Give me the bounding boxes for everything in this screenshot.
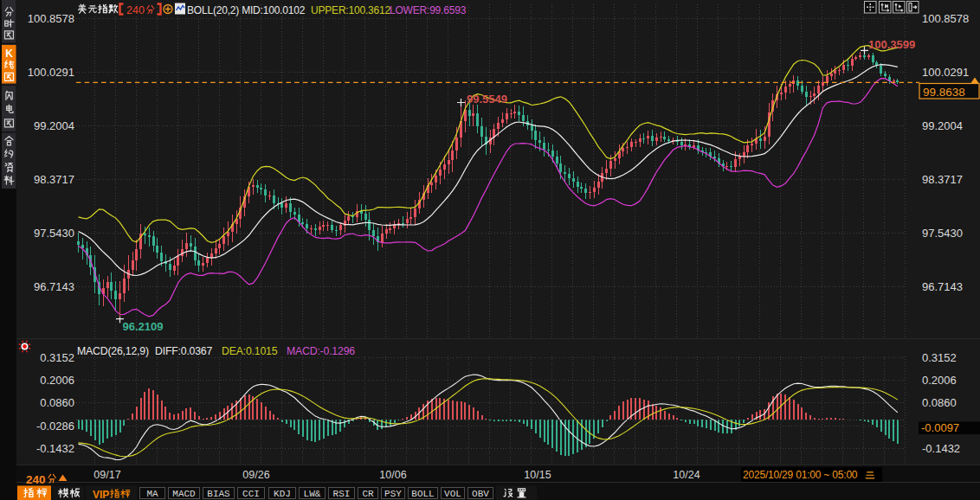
svg-text:-0.0286: -0.0286 xyxy=(36,420,74,433)
svg-text:240: 240 xyxy=(126,4,145,16)
svg-text:MACD(26,12,9): MACD(26,12,9) xyxy=(77,345,149,357)
svg-text:0.2006: 0.2006 xyxy=(922,374,957,387)
svg-text:96.7143: 96.7143 xyxy=(922,280,963,293)
svg-text:2025/10/29 01:00 ~ 05:00: 2025/10/29 01:00 ~ 05:00 xyxy=(743,469,858,481)
svg-text:100.8578: 100.8578 xyxy=(28,12,74,25)
svg-text:98.3717: 98.3717 xyxy=(922,173,963,186)
svg-text:97.5430: 97.5430 xyxy=(34,227,74,240)
svg-text:LOWER:99.6593: LOWER:99.6593 xyxy=(390,4,467,16)
svg-text:LW&: LW& xyxy=(304,489,321,499)
svg-text:96.2109: 96.2109 xyxy=(123,320,164,333)
svg-text:0.0860: 0.0860 xyxy=(40,396,74,409)
svg-text:0.3152: 0.3152 xyxy=(922,351,957,364)
svg-text:RSI: RSI xyxy=(333,489,351,499)
svg-text:K: K xyxy=(5,48,13,60)
svg-text:MA: MA xyxy=(146,489,158,499)
svg-text:96.7143: 96.7143 xyxy=(34,280,74,293)
svg-text:DEA:0.1015: DEA:0.1015 xyxy=(222,345,278,357)
svg-text:CR: CR xyxy=(362,489,374,499)
svg-text:0.0860: 0.0860 xyxy=(922,396,957,409)
svg-text:DIFF:0.0367: DIFF:0.0367 xyxy=(155,345,213,357)
svg-text:-0.0097: -0.0097 xyxy=(921,421,959,434)
svg-text:240: 240 xyxy=(26,473,46,486)
svg-text:97.5430: 97.5430 xyxy=(922,227,963,240)
svg-text:MACD:-0.1296: MACD:-0.1296 xyxy=(287,345,355,357)
svg-text:VOL: VOL xyxy=(444,489,461,499)
svg-text:MACD: MACD xyxy=(172,489,196,499)
svg-text:10/15: 10/15 xyxy=(524,469,551,481)
svg-text:OBV: OBV xyxy=(472,489,489,499)
svg-text:10/06: 10/06 xyxy=(379,469,406,481)
svg-text:-0.1432: -0.1432 xyxy=(922,442,960,455)
svg-text:CCI: CCI xyxy=(242,489,260,499)
svg-text:BOLL(20,2) MID:100.0102: BOLL(20,2) MID:100.0102 xyxy=(187,4,306,16)
svg-text:PSY: PSY xyxy=(384,489,402,499)
svg-text:09/17: 09/17 xyxy=(93,469,120,481)
svg-text:0.3152: 0.3152 xyxy=(40,351,74,364)
svg-text:100.3599: 100.3599 xyxy=(868,38,915,51)
svg-text:100.0291: 100.0291 xyxy=(922,66,969,79)
svg-text:-0.1432: -0.1432 xyxy=(36,442,74,455)
svg-text:100.8578: 100.8578 xyxy=(922,12,969,25)
svg-text:10/24: 10/24 xyxy=(673,469,700,481)
svg-text:BOLL: BOLL xyxy=(411,489,434,499)
svg-text:BIAS: BIAS xyxy=(207,489,230,499)
svg-text:100.0291: 100.0291 xyxy=(28,66,74,79)
svg-text:09/26: 09/26 xyxy=(242,469,269,481)
svg-text:KDJ: KDJ xyxy=(274,489,291,499)
svg-text:99.5549: 99.5549 xyxy=(467,93,507,106)
svg-text:VIP: VIP xyxy=(93,489,109,500)
svg-text:UPPER:100.3612: UPPER:100.3612 xyxy=(311,4,390,16)
svg-text:99.2004: 99.2004 xyxy=(922,119,963,132)
svg-text:99.2004: 99.2004 xyxy=(34,119,74,132)
svg-text:99.8638: 99.8638 xyxy=(923,86,965,99)
svg-text:98.3717: 98.3717 xyxy=(34,173,74,186)
svg-text:0.2006: 0.2006 xyxy=(40,374,74,387)
